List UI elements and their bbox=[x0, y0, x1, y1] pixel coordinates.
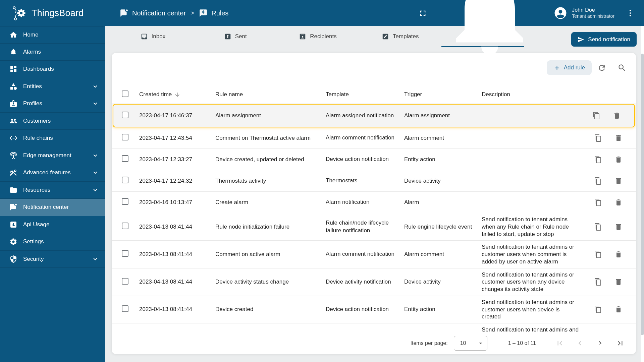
gear-icon bbox=[9, 238, 17, 246]
row-checkbox[interactable] bbox=[122, 134, 128, 140]
refresh-button[interactable] bbox=[597, 63, 606, 72]
row-checkbox[interactable] bbox=[122, 112, 128, 118]
fullscreen-button[interactable] bbox=[418, 9, 427, 18]
delete-rule-button[interactable] bbox=[614, 134, 623, 142]
people-icon bbox=[9, 117, 17, 125]
tab-recipients[interactable]: Recipients bbox=[277, 26, 359, 47]
breadcrumb-notification-center[interactable]: Notification center bbox=[120, 9, 186, 17]
breadcrumb-separator: > bbox=[191, 9, 194, 17]
row-checkbox[interactable] bbox=[122, 223, 128, 229]
sidebar-item-resources[interactable]: Resources bbox=[0, 182, 105, 199]
table-row[interactable]: 2023-04-17 16:46:37 Alarm assignment Ala… bbox=[113, 104, 635, 127]
delete-rule-button[interactable] bbox=[614, 223, 623, 231]
breadcrumb-rules[interactable]: Rules bbox=[199, 9, 228, 17]
cell-template: Rule chain/node lifecycle failure notifi… bbox=[326, 219, 404, 235]
avatar[interactable] bbox=[553, 6, 568, 20]
row-checkbox[interactable] bbox=[122, 250, 128, 257]
sidebar-item-security[interactable]: Security bbox=[0, 251, 105, 268]
delete-rule-button[interactable] bbox=[614, 278, 623, 286]
sidebar-item-dashboards[interactable]: Dashboards bbox=[0, 61, 105, 78]
cell-template: Device activity notification bbox=[326, 278, 404, 286]
sidebar-item-label: Rule chains bbox=[23, 135, 53, 141]
cell-trigger: Device activity bbox=[404, 178, 482, 184]
row-checkbox[interactable] bbox=[122, 305, 128, 312]
items-per-page-value: 10 bbox=[460, 340, 466, 346]
sidebar-item-label: Notification center bbox=[23, 204, 69, 210]
delete-rule-button[interactable] bbox=[614, 198, 623, 206]
sidebar-item-notification-center[interactable]: Notification center bbox=[0, 199, 105, 216]
column-header-description[interactable]: Description bbox=[482, 91, 580, 98]
table-body: 2023-04-17 16:46:37 Alarm assignment Ala… bbox=[112, 104, 636, 332]
sidebar-item-advanced-features[interactable]: Advanced features bbox=[0, 164, 105, 182]
sidebar-item-label: Alarms bbox=[23, 49, 41, 55]
sidebar-item-customers[interactable]: Customers bbox=[0, 113, 105, 130]
table-header-row: Created time Rule name Template Trigger … bbox=[112, 85, 636, 104]
search-button[interactable] bbox=[618, 63, 627, 72]
cell-rule-name: Comment on Thermostat active alarm bbox=[215, 135, 326, 141]
sidebar-item-api-usage[interactable]: Api Usage bbox=[0, 216, 105, 234]
column-header-template[interactable]: Template bbox=[326, 91, 404, 99]
column-header-created-time[interactable]: Created time bbox=[139, 91, 215, 98]
delete-rule-button[interactable] bbox=[614, 250, 623, 258]
cell-description: Send notification to tenant admins when … bbox=[482, 216, 580, 238]
sidebar-item-edge-management[interactable]: Edge management bbox=[0, 147, 105, 165]
sidebar-item-settings[interactable]: Settings bbox=[0, 233, 105, 251]
copy-rule-button[interactable] bbox=[594, 134, 602, 142]
table-row[interactable]: 2023-04-13 08:41:44 Alarm update Alarm u… bbox=[112, 323, 636, 332]
sidebar-item-label: Entities bbox=[23, 83, 42, 90]
user-menu-button[interactable] bbox=[626, 9, 635, 17]
templates-icon bbox=[382, 33, 389, 40]
table-row[interactable]: 2023-04-16 10:13:47 Create alarm Alarm n… bbox=[112, 192, 636, 213]
copy-rule-button[interactable] bbox=[594, 156, 602, 164]
items-per-page-select[interactable]: 10 bbox=[454, 336, 487, 351]
tab-inbox[interactable]: Inbox bbox=[112, 26, 194, 47]
table-row[interactable]: 2023-04-13 08:41:44 Rule node initializa… bbox=[112, 213, 636, 241]
page-scrollbar-thumb[interactable] bbox=[641, 54, 644, 335]
copy-rule-button[interactable] bbox=[594, 223, 602, 231]
column-header-rule-name[interactable]: Rule name bbox=[215, 91, 326, 98]
items-per-page-label: Items per page: bbox=[411, 340, 448, 346]
notifications-button[interactable]: 4 bbox=[439, 0, 540, 63]
pagination-range: 1 – 10 of 11 bbox=[508, 340, 536, 346]
table-row[interactable]: 2023-04-13 08:41:44 Device created Devic… bbox=[112, 296, 636, 323]
cell-created-time: 2023-04-13 08:41:44 bbox=[139, 224, 215, 230]
copy-rule-button[interactable] bbox=[594, 177, 602, 185]
row-checkbox[interactable] bbox=[122, 155, 128, 162]
delete-rule-button[interactable] bbox=[614, 156, 623, 164]
cell-created-time: 2023-04-13 08:41:44 bbox=[139, 251, 215, 258]
copy-rule-button[interactable] bbox=[594, 198, 602, 206]
delete-rule-button[interactable] bbox=[614, 177, 623, 185]
copy-rule-button[interactable] bbox=[594, 278, 602, 286]
select-all-checkbox[interactable] bbox=[122, 90, 128, 97]
next-page-button[interactable] bbox=[596, 339, 604, 348]
table-row[interactable]: 2023-04-17 12:43:54 Comment on Thermosta… bbox=[112, 127, 636, 149]
delete-rule-button[interactable] bbox=[614, 305, 623, 313]
sidebar-item-profiles[interactable]: Profiles bbox=[0, 95, 105, 113]
tab-label: Recipients bbox=[310, 33, 336, 40]
thingsboard-logo-icon bbox=[11, 4, 28, 22]
copy-rule-button[interactable] bbox=[594, 250, 602, 258]
sidebar-item-alarms[interactable]: Alarms bbox=[0, 44, 105, 61]
delete-rule-button[interactable] bbox=[613, 112, 621, 120]
table-row[interactable]: 2023-04-17 12:33:27 Device created, upda… bbox=[112, 149, 636, 170]
sidebar-item-rule-chains[interactable]: Rule chains bbox=[0, 130, 105, 147]
cell-template: Alarm comment notification bbox=[326, 250, 404, 258]
tab-sent[interactable]: Sent bbox=[194, 26, 277, 47]
page-scrollbar bbox=[641, 26, 644, 362]
row-checkbox[interactable] bbox=[122, 198, 128, 205]
cell-template: Alarm notification bbox=[326, 198, 404, 206]
cell-created-time: 2023-04-16 10:13:47 bbox=[139, 199, 215, 206]
row-checkbox[interactable] bbox=[122, 278, 128, 285]
sidebar-item-home[interactable]: Home bbox=[0, 26, 105, 44]
sidebar-item-label: Customers bbox=[23, 118, 51, 124]
sidebar-item-entities[interactable]: Entities bbox=[0, 78, 105, 96]
row-checkbox[interactable] bbox=[122, 177, 128, 183]
table-row[interactable]: 2023-04-13 08:41:44 Device activity stat… bbox=[112, 268, 636, 296]
main-content: Inbox Sent Recipients Templates Rules Se… bbox=[105, 26, 644, 362]
last-page-button[interactable] bbox=[616, 339, 625, 348]
table-row[interactable]: 2023-04-17 12:24:32 Thermostats activity… bbox=[112, 170, 636, 192]
copy-rule-button[interactable] bbox=[592, 112, 600, 120]
copy-rule-button[interactable] bbox=[594, 305, 602, 313]
column-header-trigger[interactable]: Trigger bbox=[404, 91, 482, 98]
table-row[interactable]: 2023-04-13 08:41:44 Comment on active al… bbox=[112, 241, 636, 268]
